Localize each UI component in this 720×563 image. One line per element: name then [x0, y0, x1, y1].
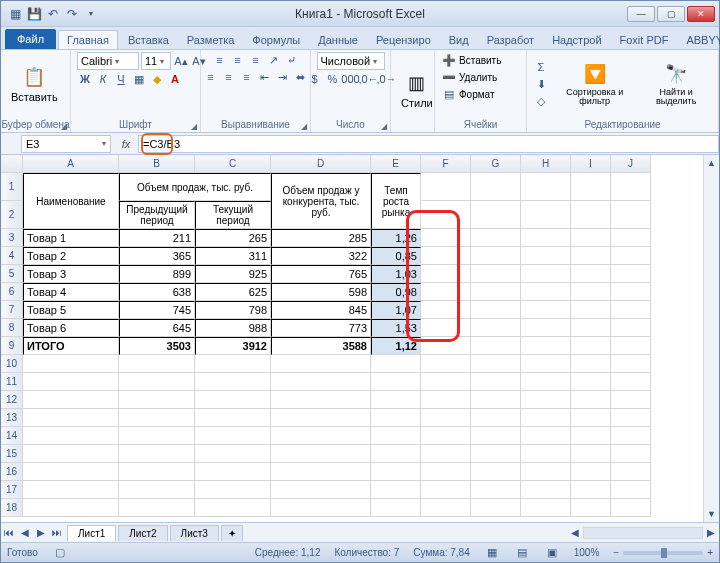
cell-empty[interactable]	[421, 229, 471, 247]
cell-B5[interactable]: 899	[119, 265, 195, 283]
cell-empty[interactable]	[421, 337, 471, 355]
cell-D8[interactable]: 773	[271, 319, 371, 337]
cell-empty[interactable]	[611, 427, 651, 445]
cell-empty[interactable]	[271, 391, 371, 409]
cell-D9[interactable]: 3588	[271, 337, 371, 355]
cell-empty[interactable]	[421, 355, 471, 373]
col-header-F[interactable]: F	[421, 155, 471, 173]
paste-button[interactable]: 📋 Вставить	[7, 63, 62, 105]
cell-A4[interactable]: Товар 2	[23, 247, 119, 265]
orientation-icon[interactable]: ↗	[266, 52, 282, 68]
col-header-H[interactable]: H	[521, 155, 571, 173]
cell-B9[interactable]: 3503	[119, 337, 195, 355]
cell-empty[interactable]	[611, 247, 651, 265]
row-header-17[interactable]: 17	[1, 481, 23, 499]
tab-addins[interactable]: Надстрой	[544, 31, 609, 49]
cell-empty[interactable]	[521, 301, 571, 319]
cell-empty[interactable]	[471, 173, 521, 201]
align-bottom-icon[interactable]: ≡	[248, 52, 264, 68]
cell-empty[interactable]	[371, 445, 421, 463]
cell-A9[interactable]: ИТОГО	[23, 337, 119, 355]
clear-button[interactable]: ◇	[533, 93, 549, 109]
cell-D5[interactable]: 765	[271, 265, 371, 283]
cell-empty[interactable]	[195, 499, 271, 517]
cell-empty[interactable]	[521, 283, 571, 301]
zoom-slider[interactable]: − +	[613, 547, 713, 558]
cell-empty[interactable]	[611, 229, 651, 247]
cell-empty[interactable]	[371, 499, 421, 517]
row-header-18[interactable]: 18	[1, 499, 23, 517]
cell-empty[interactable]	[521, 247, 571, 265]
cell-empty[interactable]	[611, 301, 651, 319]
find-select-button[interactable]: 🔭 Найти и выделить	[640, 60, 712, 108]
cell-empty[interactable]	[521, 409, 571, 427]
sheet-tab-1[interactable]: Лист1	[67, 525, 116, 541]
cell-C9[interactable]: 3912	[195, 337, 271, 355]
cell-D7[interactable]: 845	[271, 301, 371, 319]
font-name-combo[interactable]: Calibri▾	[77, 52, 139, 70]
tab-foxit[interactable]: Foxit PDF	[612, 31, 677, 49]
cell-empty[interactable]	[471, 201, 521, 229]
cell-empty[interactable]	[571, 301, 611, 319]
cell-empty[interactable]	[471, 427, 521, 445]
redo-icon[interactable]: ↷	[64, 6, 80, 22]
cell-empty[interactable]	[521, 427, 571, 445]
cell-B2[interactable]: Предыдущий период	[119, 201, 195, 229]
cell-empty[interactable]	[421, 373, 471, 391]
cell-empty[interactable]	[195, 427, 271, 445]
cell-empty[interactable]	[271, 373, 371, 391]
macro-rec-icon[interactable]: ▢	[52, 545, 68, 561]
row-header-13[interactable]: 13	[1, 409, 23, 427]
cell-empty[interactable]	[471, 301, 521, 319]
col-header-I[interactable]: I	[571, 155, 611, 173]
view-layout-icon[interactable]: ▤	[514, 545, 530, 561]
percent-icon[interactable]: %	[325, 71, 341, 87]
cell-empty[interactable]	[611, 481, 651, 499]
launcher-icon[interactable]: ◢	[61, 122, 67, 131]
vertical-scrollbar[interactable]: ▲ ▼	[703, 155, 719, 522]
cell-empty[interactable]	[521, 229, 571, 247]
cell-empty[interactable]	[271, 409, 371, 427]
cell-empty[interactable]	[421, 445, 471, 463]
row-header-16[interactable]: 16	[1, 463, 23, 481]
launcher-icon[interactable]: ◢	[381, 122, 387, 131]
cell-empty[interactable]	[371, 409, 421, 427]
cell-empty[interactable]	[471, 463, 521, 481]
cell-empty[interactable]	[521, 499, 571, 517]
cell-empty[interactable]	[471, 391, 521, 409]
cell-empty[interactable]	[521, 355, 571, 373]
cell-empty[interactable]	[611, 265, 651, 283]
cell-empty[interactable]	[23, 391, 119, 409]
cell-A1[interactable]: Наименование	[23, 173, 119, 229]
cell-empty[interactable]	[521, 319, 571, 337]
select-all-corner[interactable]	[1, 155, 23, 173]
cell-B7[interactable]: 745	[119, 301, 195, 319]
tab-view[interactable]: Вид	[441, 31, 477, 49]
cell-empty[interactable]	[571, 481, 611, 499]
cell-empty[interactable]	[571, 499, 611, 517]
cells-format-button[interactable]: ▤Формат	[441, 86, 495, 102]
cell-empty[interactable]	[571, 247, 611, 265]
cell-empty[interactable]	[23, 463, 119, 481]
italic-icon[interactable]: К	[95, 71, 111, 87]
cell-empty[interactable]	[195, 445, 271, 463]
cell-empty[interactable]	[471, 445, 521, 463]
cell-empty[interactable]	[571, 445, 611, 463]
cell-E5[interactable]: 1,03	[371, 265, 421, 283]
sheet-nav-prev-icon[interactable]: ◀	[17, 525, 33, 541]
cell-empty[interactable]	[195, 355, 271, 373]
view-break-icon[interactable]: ▣	[544, 545, 560, 561]
tab-abbyy[interactable]: ABBYY PD	[678, 31, 720, 49]
align-center-icon[interactable]: ≡	[221, 69, 237, 85]
col-header-E[interactable]: E	[371, 155, 421, 173]
cell-empty[interactable]	[471, 337, 521, 355]
col-header-C[interactable]: C	[195, 155, 271, 173]
cell-empty[interactable]	[571, 229, 611, 247]
cell-empty[interactable]	[371, 481, 421, 499]
cell-empty[interactable]	[421, 301, 471, 319]
cell-empty[interactable]	[271, 427, 371, 445]
cell-empty[interactable]	[23, 355, 119, 373]
cell-B3[interactable]: 211	[119, 229, 195, 247]
scroll-up-icon[interactable]: ▲	[704, 155, 719, 171]
cell-empty[interactable]	[195, 481, 271, 499]
